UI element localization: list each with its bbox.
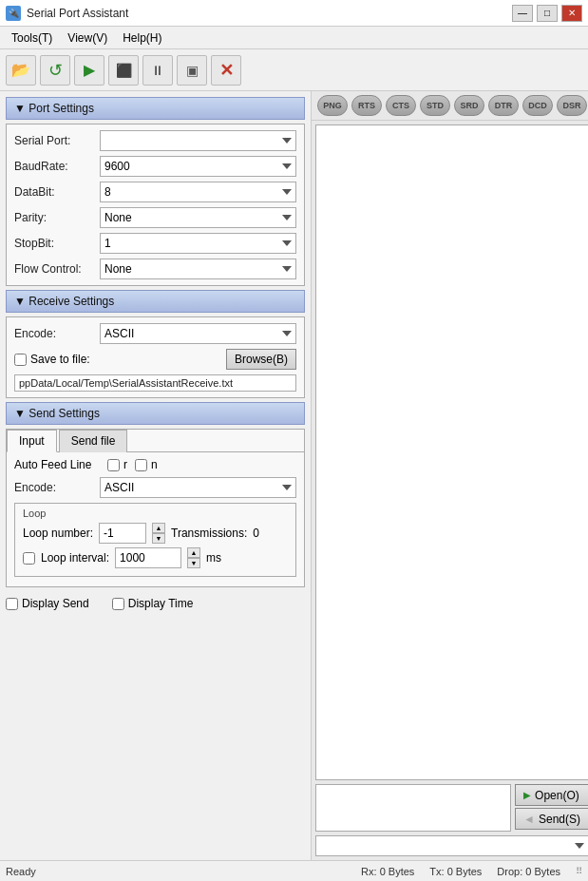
display-send-label: Display Send bbox=[22, 597, 89, 610]
loop-number-spinners[interactable]: ▲ ▼ bbox=[152, 523, 165, 544]
menu-view[interactable]: View(V) bbox=[60, 29, 115, 47]
toolbar: 📂 ↺ ▶ ⬛ ⏸ ▣ ✕ bbox=[0, 49, 588, 91]
display-send-checkbox[interactable] bbox=[6, 598, 18, 610]
stopbit-select[interactable]: 11.52 bbox=[100, 233, 296, 254]
r-checkbox[interactable] bbox=[107, 459, 120, 471]
auto-feed-row: Auto Feed Line r n bbox=[14, 458, 296, 471]
baudrate-select[interactable]: 96001152003840019200 bbox=[100, 156, 296, 177]
send-settings-title: ▼ Send Settings bbox=[14, 407, 100, 420]
app-icon: 🔌 bbox=[6, 6, 21, 21]
menu-help[interactable]: Help(H) bbox=[115, 29, 169, 47]
loop-interval-spinners[interactable]: ▲ ▼ bbox=[187, 547, 200, 568]
signal-dcd[interactable]: DCD bbox=[522, 95, 553, 116]
loop-number-input[interactable] bbox=[99, 523, 146, 544]
encode-recv-row: Encode: ASCIIHEXUTF-8 bbox=[14, 323, 296, 344]
tab-send-file[interactable]: Send file bbox=[59, 430, 128, 452]
encode-send-select[interactable]: ASCIIHEXUTF-8 bbox=[100, 477, 296, 498]
baudrate-label: BaudRate: bbox=[14, 160, 100, 173]
display-time-checkbox[interactable] bbox=[112, 598, 124, 610]
stop-green-btn[interactable]: ⬛ bbox=[108, 55, 139, 86]
loop-interval-label: Loop interval: bbox=[41, 551, 109, 565]
title-bar: 🔌 Serial Port Assistant — □ ✕ bbox=[0, 0, 588, 27]
pause-btn[interactable]: ⏸ bbox=[142, 55, 173, 86]
play-btn[interactable]: ▶ bbox=[74, 55, 104, 86]
display-time-label: Display Time bbox=[128, 597, 194, 610]
tab-content-input: Auto Feed Line r n Encode: ASCIIHEXUTF-8 bbox=[7, 452, 304, 586]
n-checkbox[interactable] bbox=[135, 459, 147, 471]
databit-row: DataBit: 8765 bbox=[14, 182, 296, 202]
transmissions-value: 0 bbox=[253, 527, 259, 540]
bottom-dropdown bbox=[315, 835, 588, 856]
receive-settings-section: Encode: ASCIIHEXUTF-8 Save to file: Brow… bbox=[6, 316, 305, 398]
r-label: r bbox=[123, 458, 127, 471]
display-send-check[interactable]: Display Send bbox=[6, 597, 89, 610]
right-panel: PNG RTS CTS STD SRD DTR DCD DSR ▶ Open(O… bbox=[312, 91, 588, 860]
send-tabs-row: Input Send file bbox=[7, 430, 304, 452]
send-settings-header[interactable]: ▼ Send Settings bbox=[6, 402, 305, 425]
send-button-label: Send(S) bbox=[539, 813, 580, 826]
send-icon: ◄ bbox=[523, 813, 535, 826]
title-bar-left: 🔌 Serial Port Assistant bbox=[6, 6, 128, 21]
terminal-btn[interactable]: ▣ bbox=[177, 55, 207, 86]
close-button[interactable]: ✕ bbox=[561, 5, 582, 22]
maximize-button[interactable]: □ bbox=[537, 5, 558, 22]
display-time-check[interactable]: Display Time bbox=[112, 597, 194, 610]
open-button-label: Open(O) bbox=[535, 789, 579, 802]
loop-number-down[interactable]: ▼ bbox=[152, 533, 165, 544]
send-input[interactable] bbox=[315, 784, 511, 832]
signal-srd[interactable]: SRD bbox=[454, 95, 484, 116]
status-right: Rx: 0 Bytes Tx: 0 Bytes Drop: 0 Bytes ⠿ bbox=[361, 866, 582, 877]
loop-interval-up[interactable]: ▲ bbox=[187, 547, 200, 558]
r-checkbox-group: r bbox=[107, 458, 127, 471]
signal-cts[interactable]: CTS bbox=[386, 95, 416, 116]
receive-settings-header[interactable]: ▼ Receive Settings bbox=[6, 290, 305, 313]
open-button[interactable]: ▶ Open(O) bbox=[515, 784, 588, 806]
browse-button[interactable]: Browse(B) bbox=[226, 349, 296, 370]
port-settings-header[interactable]: ▼ Port Settings bbox=[6, 97, 305, 120]
flow-control-row: Flow Control: NoneHardwareSoftware bbox=[14, 259, 296, 279]
serial-port-select[interactable] bbox=[100, 130, 296, 151]
menu-tools[interactable]: Tools(T) bbox=[4, 29, 60, 47]
encode-send-label: Encode: bbox=[14, 481, 100, 494]
flow-control-label: Flow Control: bbox=[14, 262, 100, 276]
stopbit-label: StopBit: bbox=[14, 237, 100, 250]
open-play-icon: ▶ bbox=[523, 790, 531, 800]
send-button[interactable]: ◄ Send(S) bbox=[515, 808, 588, 830]
left-panel: ▼ Port Settings Serial Port: BaudRate: 9… bbox=[0, 91, 312, 860]
baudrate-row: BaudRate: 96001152003840019200 bbox=[14, 156, 296, 177]
signal-std[interactable]: STD bbox=[420, 95, 450, 116]
refresh-btn[interactable]: ↺ bbox=[40, 55, 70, 86]
clear-btn[interactable]: ✕ bbox=[211, 55, 241, 86]
minimize-button[interactable]: — bbox=[512, 5, 533, 22]
title-controls[interactable]: — □ ✕ bbox=[512, 5, 582, 22]
filepath-display: ppData/Local/Temp\SerialAssistantReceive… bbox=[14, 374, 296, 392]
loop-section: Loop Loop number: ▲ ▼ Transmissions: 0 bbox=[14, 503, 296, 577]
transmissions-label: Transmissions: bbox=[171, 527, 247, 540]
flow-control-select[interactable]: NoneHardwareSoftware bbox=[100, 259, 296, 279]
save-to-file-label: Save to file: bbox=[30, 353, 226, 366]
stopbit-row: StopBit: 11.52 bbox=[14, 233, 296, 254]
bottom-select[interactable] bbox=[315, 835, 588, 856]
loop-number-up[interactable]: ▲ bbox=[152, 523, 165, 533]
loop-interval-down[interactable]: ▼ bbox=[187, 558, 200, 568]
n-checkbox-group: n bbox=[135, 458, 158, 471]
signals-row: PNG RTS CTS STD SRD DTR DCD DSR bbox=[312, 91, 588, 121]
open-folder-btn[interactable]: 📂 bbox=[6, 55, 36, 86]
save-file-row: Save to file: Browse(B) bbox=[14, 349, 296, 370]
databit-select[interactable]: 8765 bbox=[100, 182, 296, 202]
serial-port-label: Serial Port: bbox=[14, 134, 100, 147]
loop-interval-checkbox[interactable] bbox=[23, 552, 35, 565]
send-settings-section: Input Send file Auto Feed Line r n bbox=[6, 429, 305, 587]
status-tx: Tx: 0 Bytes bbox=[429, 866, 482, 877]
parity-select[interactable]: NoneOddEven bbox=[100, 207, 296, 228]
signal-png[interactable]: PNG bbox=[317, 95, 348, 116]
encode-recv-select[interactable]: ASCIIHEXUTF-8 bbox=[100, 323, 296, 344]
signal-dsr[interactable]: DSR bbox=[557, 95, 587, 116]
save-to-file-checkbox[interactable] bbox=[14, 354, 27, 366]
loop-interval-input[interactable] bbox=[115, 547, 181, 568]
receive-area bbox=[315, 124, 588, 780]
status-ready: Ready bbox=[6, 866, 36, 877]
signal-rts[interactable]: RTS bbox=[351, 95, 382, 116]
signal-dtr[interactable]: DTR bbox=[488, 95, 519, 116]
tab-input[interactable]: Input bbox=[7, 430, 57, 452]
